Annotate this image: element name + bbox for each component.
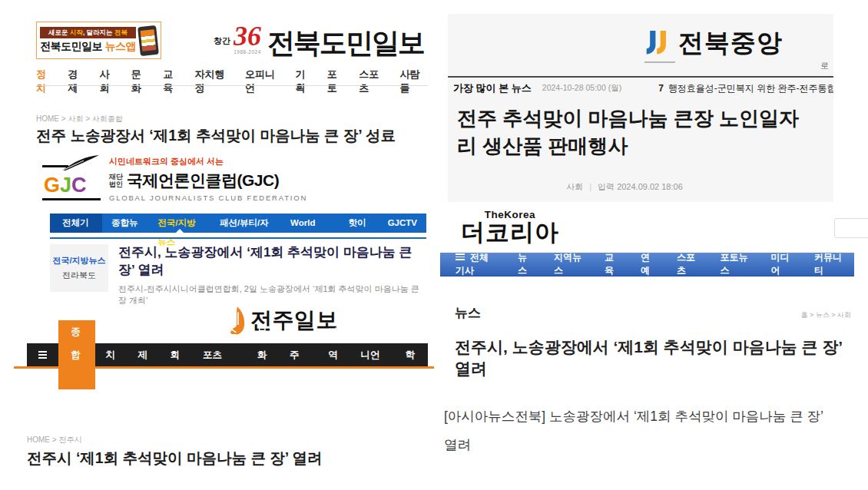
nav-item[interactable]: 커뮤니티 [803, 251, 854, 277]
breadcrumb[interactable]: HOME > 전주시 [27, 435, 81, 445]
breadcrumb[interactable]: 홈 > 뉴스 > 사회 [800, 310, 851, 320]
section-divider [448, 76, 833, 78]
breadcrumb[interactable]: HOME > 사회 > 사회종합 [36, 114, 123, 124]
jungang-slogan [644, 61, 675, 63]
nav-item[interactable]: 교육 [594, 251, 630, 277]
foundation-label: 재단법인 [109, 173, 123, 189]
login-link[interactable]: 로 [820, 60, 829, 71]
most-read-label: 가장 많이 본 뉴스 [453, 81, 532, 95]
most-read-item-7[interactable]: 7행정효율성-군민복지 위한 완주-전주통합 [658, 82, 833, 95]
gjc-logo-text: 시민네트워크의 중심에서 서는 재단법인 국제언론인클럽(GJC) GLOBAL… [109, 156, 307, 202]
nav-item[interactable]: 사회 [100, 68, 118, 95]
nav-item[interactable]: 지역뉴스 [543, 251, 594, 277]
nav-item[interactable]: 정치 [36, 68, 55, 95]
nav-item[interactable]: 교육, 스포츠 [193, 320, 247, 389]
gjc-subtitle: GLOBAL JOURNALISTS CLUB FEDERATION [109, 194, 307, 202]
article-subtitle: 전주시-전주시시니어클럽연합회, 2일 노송광장에서 ‘제1회 추석맞이 마음나… [118, 283, 429, 306]
category-box[interactable]: 전국/지방뉴스 전라북도 [50, 244, 108, 292]
article-headline: 전주 추석맞이 마음나눔 큰장 노인일자리 생산품 판매행사 [457, 104, 817, 161]
nav-item[interactable]: 교육 [163, 68, 181, 95]
thekorea-logo[interactable]: TheKorea 더코리아 [461, 209, 559, 246]
gjc-logo-block[interactable]: GJC 시민네트워크의 중심에서 서는 재단법인 국제언론인클럽(GJC) GL… [42, 156, 307, 202]
article-byline: 사회|입력 2024.09.02 18:06 [448, 181, 801, 193]
nav-item[interactable]: 패션/뷰티/자동차 [210, 214, 281, 233]
jj-logo-icon [644, 28, 672, 60]
jeonju-nav: 종합정치경제사회교육, 스포츠문화전주시지역오피니언문학 [27, 343, 428, 366]
nav-item[interactable]: 기획 [296, 68, 314, 95]
nav-item[interactable]: 정치 [95, 320, 128, 389]
changgan-label: 창간 [214, 35, 230, 47]
nav-item[interactable]: 오피니언 [245, 68, 283, 95]
search-input[interactable] [834, 218, 868, 238]
nav-item[interactable]: 스포츠 [666, 251, 710, 277]
gjc-nav: 전체기사종합뉴스전국/지방뉴스패션/뷰티/자동차World News핫이슈GJC… [50, 214, 426, 233]
news-app-banner[interactable]: 새로운 시작, 달라지는 전북 전북도민일보 뉴스앱 [36, 22, 161, 59]
nav-item[interactable]: 경제 [68, 68, 86, 95]
nav-item[interactable]: 자치행정 [194, 68, 232, 95]
article-headline: 전주시, 노송광장에서 ‘제1회 추석맞이 마음나눔 큰 장’ 열려 [455, 336, 854, 379]
most-read-bar: 가장 많이 본 뉴스 2024-10-28 05:00 (월) 7행정효율성-군… [453, 81, 833, 95]
section-title: 뉴스 [455, 304, 481, 322]
article-body: [아시아뉴스전북] 노송광장에서 ‘제1회 추석맞이 마음나눔 큰 장’ 열려 [444, 402, 834, 459]
nav-item[interactable]: GJCTV [379, 214, 426, 233]
nav-item[interactable]: 전체기사 [440, 251, 507, 277]
domin-ilbo-title: 전북도민일보 [267, 23, 424, 63]
article-headline: 전주 노송광장서 ‘제1회 추석맞이 마음나눔 큰 장’ 성료 [36, 125, 396, 146]
nav-item[interactable]: 오피니언 [350, 320, 395, 389]
article-headline: 전주시 ‘제1회 추석맞이 마음나눔 큰 장’ 열려 [27, 448, 323, 468]
region-label: 전라북도 [62, 270, 96, 281]
domin-nav: 정치경제사회문화교육자치행정오피니언기획포토스포츠사람들 [36, 68, 428, 95]
quill-feather-icon [61, 154, 101, 171]
nav-item[interactable]: 포토 [327, 68, 346, 95]
nav-underline [50, 237, 426, 239]
banner-title: 전북도민일보 뉴스앱 [40, 40, 136, 54]
most-read-date: 2024-10-28 05:00 (월) [542, 83, 621, 94]
anniversary-36: 36 1988-2024 [234, 23, 261, 55]
category-label[interactable]: 사회 [566, 182, 583, 191]
article-title[interactable]: 전주시, 노송광장에서 ‘제1회 추석맞이 마음나눔 큰 장’ 열려 [118, 244, 429, 280]
banner-slogan: 새로운 시작, 달라지는 전북 [40, 27, 136, 38]
menu-icon[interactable] [38, 351, 47, 359]
published-date: 입력 2024.09.02 18:06 [598, 182, 683, 191]
banner-text: 새로운 시작, 달라지는 전북 전북도민일보 뉴스앱 [40, 27, 136, 54]
article-list-item[interactable]: 전국/지방뉴스 전라북도 전주시, 노송광장에서 ‘제1회 추석맞이 마음나눔 … [50, 244, 428, 306]
nav-item[interactable]: 전체기사 [50, 214, 102, 233]
domin-ilbo-logo[interactable]: 창간 36 1988-2024 전북도민일보 [214, 23, 424, 63]
nav-item[interactable]: 지역 [318, 320, 350, 389]
thekorea-logo-kr: 더코리아 [461, 220, 559, 246]
nav-item[interactable]: 전주시 [280, 320, 318, 389]
nav-accent-line [14, 366, 434, 369]
gjc-tagline: 시민네트워크의 중심에서 서는 [109, 156, 307, 167]
article-text: 전주시, 노송광장에서 ‘제1회 추석맞이 마음나눔 큰 장’ 열려 전주시-전… [118, 244, 429, 306]
nav-item[interactable]: 문화 [247, 320, 280, 389]
gjc-title: 국제언론인클럽(GJC) [127, 170, 279, 191]
jungang-logo[interactable]: 전북중앙 [644, 26, 783, 61]
category-label: 전국/지방뉴스 [52, 255, 105, 267]
nav-item[interactable]: 사람들 [400, 68, 428, 95]
nav-item[interactable]: 종합뉴스 [102, 214, 148, 233]
nav-item[interactable]: 경제 [128, 320, 161, 389]
nav-divider [36, 85, 428, 86]
nav-item[interactable]: World News [281, 214, 340, 233]
nav-item[interactable]: 미디어 [760, 251, 804, 277]
smartphone-icon [137, 25, 159, 55]
nav-item[interactable]: 전국/지방뉴스 [148, 214, 210, 233]
nav-item[interactable]: 스포츠 [359, 68, 386, 95]
jungang-site-panel: 전북중앙 로 가장 많이 본 뉴스 2024-10-28 05:00 (월) 7… [448, 14, 833, 202]
nav-item[interactable]: 문화 [131, 68, 150, 95]
jungang-title: 전북중앙 [678, 26, 783, 61]
nav-item[interactable]: 종합 [58, 320, 95, 389]
nav-item[interactable]: 핫이슈 [340, 214, 379, 233]
nav-item[interactable]: 포토뉴스 [710, 251, 760, 277]
nav-item[interactable]: 사회 [161, 320, 193, 389]
gjc-logo-icon: GJC [42, 156, 101, 200]
nav-item[interactable]: 문학 [396, 320, 428, 389]
nav-item[interactable]: 연예 [630, 251, 666, 277]
nav-item[interactable]: 뉴스 [507, 251, 543, 277]
thekorea-nav: 전체기사뉴스지역뉴스교육연예스포츠포토뉴스미디어커뮤니티 [440, 253, 854, 276]
